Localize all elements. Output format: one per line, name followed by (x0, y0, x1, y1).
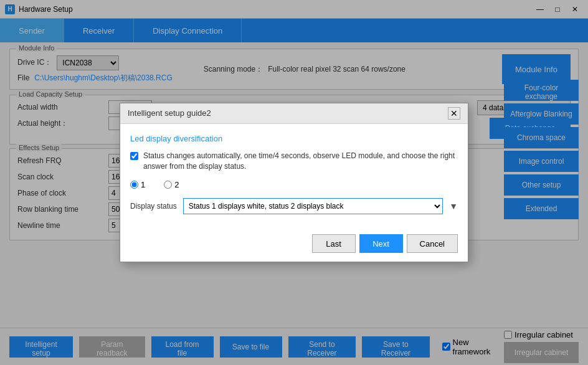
modal-title: Intelligent setup guide2 (128, 108, 211, 118)
radio-2[interactable] (164, 181, 172, 189)
radio-2-label[interactable]: 2 (164, 180, 179, 189)
modal-radio-row: 1 2 (130, 180, 458, 189)
display-status-row: Display status Status 1 displays white, … (130, 198, 458, 214)
main-content: Module Info Drive IC： ICN2038 File C:\Us… (0, 42, 588, 365)
modal-title-bar: Intelligent setup guide2 ✕ (120, 103, 468, 124)
cancel-button[interactable]: Cancel (407, 234, 458, 253)
display-status-label: Display status (130, 202, 177, 211)
radio-1-label[interactable]: 1 (130, 180, 145, 189)
last-button[interactable]: Last (312, 234, 356, 253)
intelligent-setup-modal: Intelligent setup guide2 ✕ Led display d… (120, 103, 468, 263)
modal-checkbox-row: Status changes automatically, one time/4… (130, 151, 458, 172)
modal-section-title: Led display diversification (130, 134, 458, 143)
display-status-select[interactable]: Status 1 displays white, status 2 displa… (183, 198, 443, 214)
dropdown-arrow-icon: ▼ (449, 201, 458, 211)
modal-footer: Last Next Cancel (120, 234, 468, 262)
modal-body: Led display diversification Status chang… (120, 124, 468, 235)
modal-close-button[interactable]: ✕ (448, 107, 460, 120)
next-button[interactable]: Next (359, 234, 403, 253)
modal-checkbox-text: Status changes automatically, one time/4… (143, 151, 458, 172)
modal-overlay: Intelligent setup guide2 ✕ Led display d… (0, 0, 588, 365)
modal-auto-change-checkbox[interactable] (130, 152, 138, 160)
radio-1[interactable] (130, 181, 138, 189)
